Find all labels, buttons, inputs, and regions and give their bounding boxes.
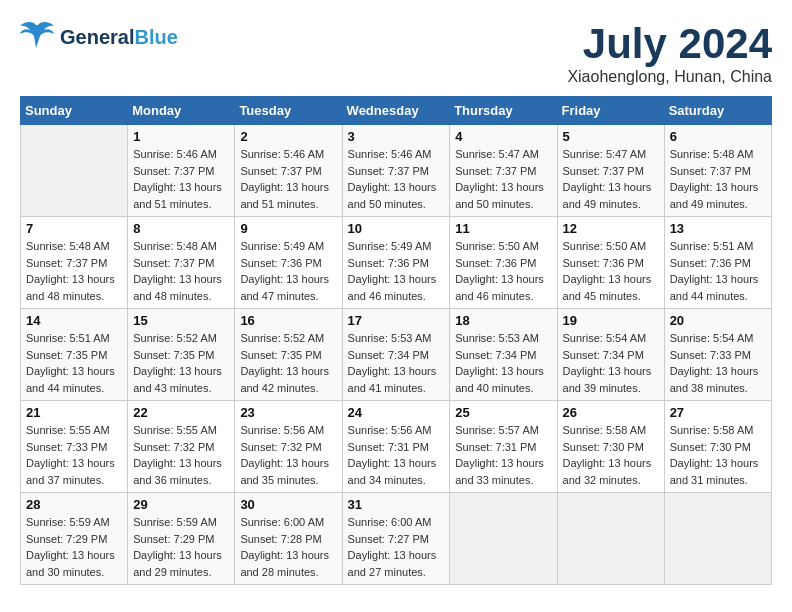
day-number: 7	[26, 221, 122, 236]
day-info: Sunrise: 5:49 AMSunset: 7:36 PMDaylight:…	[348, 238, 445, 304]
calendar-cell: 5Sunrise: 5:47 AMSunset: 7:37 PMDaylight…	[557, 125, 664, 217]
day-info: Sunrise: 5:58 AMSunset: 7:30 PMDaylight:…	[563, 422, 659, 488]
calendar-cell: 18Sunrise: 5:53 AMSunset: 7:34 PMDayligh…	[450, 309, 557, 401]
day-number: 19	[563, 313, 659, 328]
calendar-week-row: 7Sunrise: 5:48 AMSunset: 7:37 PMDaylight…	[21, 217, 772, 309]
day-info: Sunrise: 5:46 AMSunset: 7:37 PMDaylight:…	[348, 146, 445, 212]
calendar-cell: 9Sunrise: 5:49 AMSunset: 7:36 PMDaylight…	[235, 217, 342, 309]
day-number: 3	[348, 129, 445, 144]
day-number: 24	[348, 405, 445, 420]
logo: GeneralBlue	[20, 20, 178, 54]
calendar-cell: 31Sunrise: 6:00 AMSunset: 7:27 PMDayligh…	[342, 493, 450, 585]
calendar-cell: 3Sunrise: 5:46 AMSunset: 7:37 PMDaylight…	[342, 125, 450, 217]
day-number: 12	[563, 221, 659, 236]
day-number: 20	[670, 313, 766, 328]
day-info: Sunrise: 5:50 AMSunset: 7:36 PMDaylight:…	[563, 238, 659, 304]
day-info: Sunrise: 5:52 AMSunset: 7:35 PMDaylight:…	[240, 330, 336, 396]
calendar-cell: 4Sunrise: 5:47 AMSunset: 7:37 PMDaylight…	[450, 125, 557, 217]
calendar-cell: 24Sunrise: 5:56 AMSunset: 7:31 PMDayligh…	[342, 401, 450, 493]
calendar-cell: 12Sunrise: 5:50 AMSunset: 7:36 PMDayligh…	[557, 217, 664, 309]
location: Xiaohenglong, Hunan, China	[567, 68, 772, 86]
day-number: 14	[26, 313, 122, 328]
day-number: 11	[455, 221, 551, 236]
day-number: 26	[563, 405, 659, 420]
day-info: Sunrise: 5:54 AMSunset: 7:33 PMDaylight:…	[670, 330, 766, 396]
calendar-cell: 26Sunrise: 5:58 AMSunset: 7:30 PMDayligh…	[557, 401, 664, 493]
calendar-week-row: 1Sunrise: 5:46 AMSunset: 7:37 PMDaylight…	[21, 125, 772, 217]
day-number: 10	[348, 221, 445, 236]
day-info: Sunrise: 5:56 AMSunset: 7:31 PMDaylight:…	[348, 422, 445, 488]
calendar-cell: 29Sunrise: 5:59 AMSunset: 7:29 PMDayligh…	[128, 493, 235, 585]
day-number: 9	[240, 221, 336, 236]
day-info: Sunrise: 5:48 AMSunset: 7:37 PMDaylight:…	[26, 238, 122, 304]
day-info: Sunrise: 5:58 AMSunset: 7:30 PMDaylight:…	[670, 422, 766, 488]
day-number: 8	[133, 221, 229, 236]
day-number: 23	[240, 405, 336, 420]
logo-icon	[20, 20, 56, 50]
calendar-week-row: 14Sunrise: 5:51 AMSunset: 7:35 PMDayligh…	[21, 309, 772, 401]
day-info: Sunrise: 6:00 AMSunset: 7:28 PMDaylight:…	[240, 514, 336, 580]
day-number: 2	[240, 129, 336, 144]
day-info: Sunrise: 5:57 AMSunset: 7:31 PMDaylight:…	[455, 422, 551, 488]
calendar-cell: 7Sunrise: 5:48 AMSunset: 7:37 PMDaylight…	[21, 217, 128, 309]
day-number: 15	[133, 313, 229, 328]
weekday-header: Wednesday	[342, 97, 450, 125]
calendar-cell: 10Sunrise: 5:49 AMSunset: 7:36 PMDayligh…	[342, 217, 450, 309]
calendar-cell: 14Sunrise: 5:51 AMSunset: 7:35 PMDayligh…	[21, 309, 128, 401]
day-info: Sunrise: 5:48 AMSunset: 7:37 PMDaylight:…	[670, 146, 766, 212]
weekday-header: Monday	[128, 97, 235, 125]
day-info: Sunrise: 5:46 AMSunset: 7:37 PMDaylight:…	[133, 146, 229, 212]
day-info: Sunrise: 5:59 AMSunset: 7:29 PMDaylight:…	[133, 514, 229, 580]
day-number: 21	[26, 405, 122, 420]
calendar-cell	[557, 493, 664, 585]
day-info: Sunrise: 5:51 AMSunset: 7:36 PMDaylight:…	[670, 238, 766, 304]
day-info: Sunrise: 6:00 AMSunset: 7:27 PMDaylight:…	[348, 514, 445, 580]
weekday-header-row: SundayMondayTuesdayWednesdayThursdayFrid…	[21, 97, 772, 125]
calendar-cell: 6Sunrise: 5:48 AMSunset: 7:37 PMDaylight…	[664, 125, 771, 217]
day-number: 6	[670, 129, 766, 144]
weekday-header: Friday	[557, 97, 664, 125]
calendar-week-row: 21Sunrise: 5:55 AMSunset: 7:33 PMDayligh…	[21, 401, 772, 493]
calendar-cell: 15Sunrise: 5:52 AMSunset: 7:35 PMDayligh…	[128, 309, 235, 401]
day-number: 31	[348, 497, 445, 512]
day-info: Sunrise: 5:53 AMSunset: 7:34 PMDaylight:…	[455, 330, 551, 396]
day-number: 22	[133, 405, 229, 420]
weekday-header: Sunday	[21, 97, 128, 125]
month-year: July 2024	[567, 20, 772, 68]
weekday-header: Saturday	[664, 97, 771, 125]
day-info: Sunrise: 5:59 AMSunset: 7:29 PMDaylight:…	[26, 514, 122, 580]
day-number: 27	[670, 405, 766, 420]
calendar-cell: 2Sunrise: 5:46 AMSunset: 7:37 PMDaylight…	[235, 125, 342, 217]
day-number: 13	[670, 221, 766, 236]
title-block: July 2024 Xiaohenglong, Hunan, China	[567, 20, 772, 86]
day-info: Sunrise: 5:53 AMSunset: 7:34 PMDaylight:…	[348, 330, 445, 396]
logo-text: GeneralBlue	[60, 26, 178, 48]
day-number: 4	[455, 129, 551, 144]
calendar-cell: 25Sunrise: 5:57 AMSunset: 7:31 PMDayligh…	[450, 401, 557, 493]
day-number: 25	[455, 405, 551, 420]
calendar-cell: 23Sunrise: 5:56 AMSunset: 7:32 PMDayligh…	[235, 401, 342, 493]
day-number: 16	[240, 313, 336, 328]
day-number: 1	[133, 129, 229, 144]
day-info: Sunrise: 5:55 AMSunset: 7:32 PMDaylight:…	[133, 422, 229, 488]
day-info: Sunrise: 5:50 AMSunset: 7:36 PMDaylight:…	[455, 238, 551, 304]
calendar-cell: 20Sunrise: 5:54 AMSunset: 7:33 PMDayligh…	[664, 309, 771, 401]
calendar-cell: 17Sunrise: 5:53 AMSunset: 7:34 PMDayligh…	[342, 309, 450, 401]
calendar-cell	[664, 493, 771, 585]
day-info: Sunrise: 5:54 AMSunset: 7:34 PMDaylight:…	[563, 330, 659, 396]
calendar-week-row: 28Sunrise: 5:59 AMSunset: 7:29 PMDayligh…	[21, 493, 772, 585]
weekday-header: Thursday	[450, 97, 557, 125]
day-info: Sunrise: 5:49 AMSunset: 7:36 PMDaylight:…	[240, 238, 336, 304]
calendar-cell: 28Sunrise: 5:59 AMSunset: 7:29 PMDayligh…	[21, 493, 128, 585]
calendar-table: SundayMondayTuesdayWednesdayThursdayFrid…	[20, 96, 772, 585]
calendar-cell: 13Sunrise: 5:51 AMSunset: 7:36 PMDayligh…	[664, 217, 771, 309]
weekday-header: Tuesday	[235, 97, 342, 125]
day-info: Sunrise: 5:55 AMSunset: 7:33 PMDaylight:…	[26, 422, 122, 488]
calendar-cell: 19Sunrise: 5:54 AMSunset: 7:34 PMDayligh…	[557, 309, 664, 401]
day-info: Sunrise: 5:47 AMSunset: 7:37 PMDaylight:…	[563, 146, 659, 212]
calendar-cell: 27Sunrise: 5:58 AMSunset: 7:30 PMDayligh…	[664, 401, 771, 493]
day-info: Sunrise: 5:46 AMSunset: 7:37 PMDaylight:…	[240, 146, 336, 212]
day-info: Sunrise: 5:47 AMSunset: 7:37 PMDaylight:…	[455, 146, 551, 212]
calendar-cell: 16Sunrise: 5:52 AMSunset: 7:35 PMDayligh…	[235, 309, 342, 401]
calendar-cell: 11Sunrise: 5:50 AMSunset: 7:36 PMDayligh…	[450, 217, 557, 309]
